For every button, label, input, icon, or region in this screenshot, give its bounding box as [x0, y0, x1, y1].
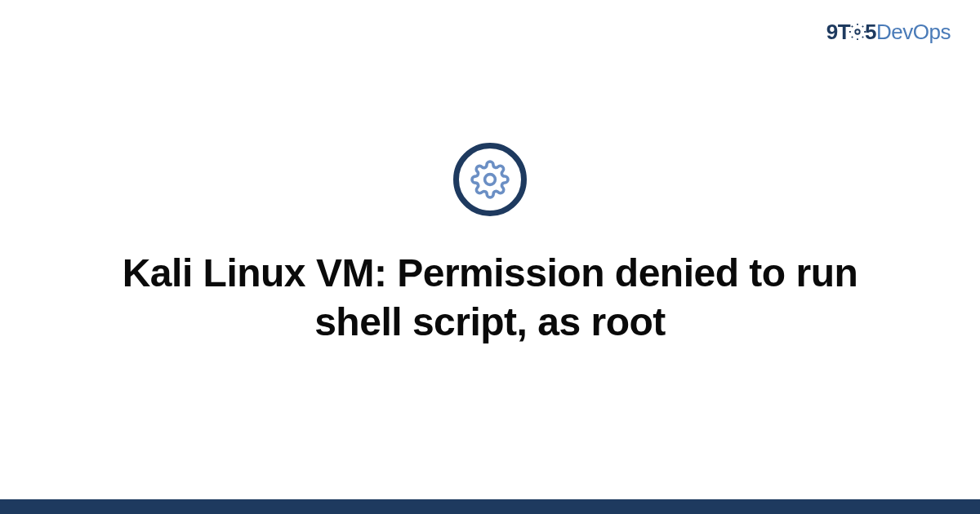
page-title: Kali Linux VM: Permission denied to run …: [90, 249, 890, 347]
main-content: Kali Linux VM: Permission denied to run …: [0, 143, 980, 347]
svg-point-0: [855, 29, 860, 34]
logo-text-9t: 9T: [826, 20, 850, 44]
gear-icon: [849, 23, 866, 41]
site-logo: 9T 5DevOps: [826, 20, 951, 45]
logo-text-5: 5: [865, 20, 876, 44]
footer-bar: [0, 499, 980, 514]
logo-text-devops: DevOps: [876, 20, 951, 44]
svg-point-1: [485, 175, 496, 185]
gear-badge-icon: [453, 143, 527, 216]
